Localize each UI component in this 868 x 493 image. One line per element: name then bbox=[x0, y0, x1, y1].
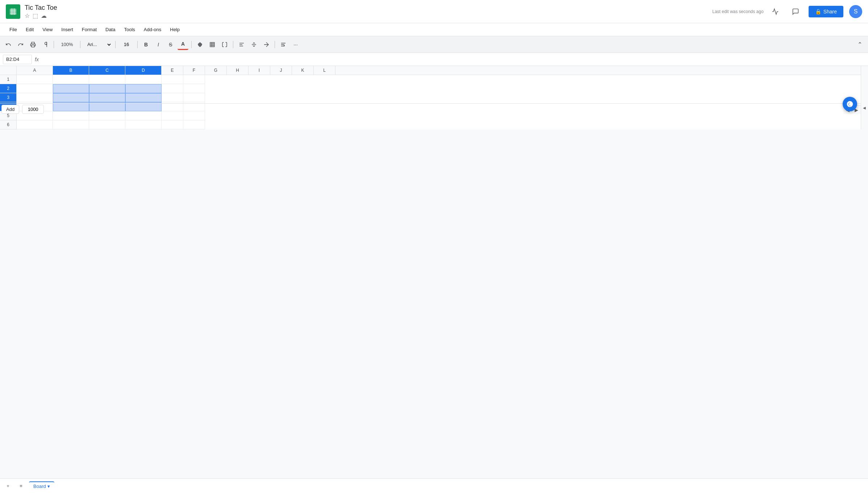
share-button[interactable]: 🔒 Share bbox=[809, 6, 843, 17]
bold-button[interactable]: B bbox=[141, 39, 151, 50]
doc-title[interactable]: Tic Tac Toe bbox=[25, 4, 57, 12]
redo-button[interactable] bbox=[15, 39, 26, 50]
cell-d3[interactable] bbox=[125, 93, 162, 102]
folder-icon[interactable]: ⬚ bbox=[33, 12, 38, 19]
top-right-actions: 🔒 Share S bbox=[768, 4, 862, 19]
italic-button[interactable]: I bbox=[153, 39, 164, 50]
bottom-bar: + ≡ Board ▾ bbox=[0, 478, 868, 493]
text-wrap-button[interactable] bbox=[278, 39, 289, 50]
explore-button[interactable] bbox=[843, 97, 857, 111]
lock-icon: 🔒 bbox=[815, 9, 821, 14]
col-header-e[interactable]: E bbox=[162, 66, 183, 75]
fx-icon: fx bbox=[35, 57, 39, 62]
title-icons: ☆ ⬚ ☁ bbox=[25, 12, 57, 19]
format-paint-button[interactable] bbox=[40, 39, 51, 50]
col-header-j[interactable]: J bbox=[270, 66, 292, 75]
row-header-2[interactable]: 2 bbox=[0, 84, 16, 93]
col-header-h[interactable]: H bbox=[227, 66, 249, 75]
cell-c2[interactable] bbox=[89, 84, 125, 93]
cell-e2[interactable] bbox=[162, 84, 183, 93]
add-row-bar: Add 1000 bbox=[0, 103, 861, 115]
cell-f2[interactable] bbox=[183, 84, 205, 93]
cell-c6[interactable] bbox=[89, 120, 125, 129]
top-bar: Tic Tac Toe ☆ ⬚ ☁ Last edit was seconds … bbox=[0, 0, 868, 23]
fill-color-button[interactable] bbox=[195, 39, 205, 50]
menu-data[interactable]: Data bbox=[102, 25, 119, 34]
add-button[interactable]: Add bbox=[1, 105, 19, 114]
cell-d6[interactable] bbox=[125, 120, 162, 129]
cell-d1[interactable] bbox=[125, 75, 162, 84]
toolbar-sep-5 bbox=[191, 41, 192, 48]
text-rotate-button[interactable] bbox=[261, 39, 272, 50]
valign-button[interactable] bbox=[249, 39, 259, 50]
collapse-panel-button[interactable]: ◀ bbox=[861, 104, 868, 111]
cell-f3[interactable] bbox=[183, 93, 205, 102]
add-count-input[interactable]: 1000 bbox=[22, 105, 44, 114]
app-icon[interactable] bbox=[6, 4, 20, 19]
print-button[interactable] bbox=[28, 39, 38, 50]
avatar[interactable]: S bbox=[849, 5, 862, 18]
toolbar-sep-3 bbox=[115, 41, 116, 48]
col-header-k[interactable]: K bbox=[292, 66, 314, 75]
row-headers: 1 2 3 4 5 6 bbox=[0, 75, 17, 129]
grid-row-2 bbox=[17, 84, 868, 93]
cell-b1[interactable] bbox=[53, 75, 89, 84]
cloud-icon[interactable]: ☁ bbox=[41, 12, 47, 19]
undo-button[interactable] bbox=[3, 39, 14, 50]
toolbar-sep-6 bbox=[233, 41, 233, 48]
col-header-i[interactable]: I bbox=[249, 66, 270, 75]
cell-e6[interactable] bbox=[162, 120, 183, 129]
star-icon[interactable]: ☆ bbox=[25, 12, 30, 19]
zoom-selector[interactable]: 100% bbox=[57, 39, 77, 50]
menu-help[interactable]: Help bbox=[166, 25, 183, 34]
merge-button[interactable] bbox=[219, 39, 230, 50]
cells-grid bbox=[17, 75, 868, 129]
col-header-d[interactable]: D bbox=[125, 66, 162, 75]
more-toolbar-button[interactable]: ··· bbox=[290, 39, 301, 50]
add-sheet-button[interactable]: + bbox=[3, 481, 13, 491]
cell-c1[interactable] bbox=[89, 75, 125, 84]
col-header-l[interactable]: L bbox=[314, 66, 335, 75]
last-edit-label: Last edit was seconds ago bbox=[712, 9, 763, 14]
row-header-3[interactable]: 3 bbox=[0, 93, 16, 102]
sheet-list-button[interactable]: ≡ bbox=[16, 481, 26, 491]
col-header-f[interactable]: F bbox=[183, 66, 205, 75]
cell-f6[interactable] bbox=[183, 120, 205, 129]
cell-a1[interactable] bbox=[17, 75, 53, 84]
comments-icon[interactable] bbox=[788, 4, 803, 19]
font-size-selector[interactable]: 16 bbox=[118, 40, 134, 50]
cell-e3[interactable] bbox=[162, 93, 183, 102]
sheet-tab-dropdown-icon: ▾ bbox=[47, 484, 50, 489]
row-header-1[interactable]: 1 bbox=[0, 75, 16, 84]
strikethrough-button[interactable]: S bbox=[165, 39, 176, 50]
collapse-toolbar-button[interactable]: ⌃ bbox=[854, 39, 865, 50]
row-header-6[interactable]: 6 bbox=[0, 120, 16, 129]
col-header-b[interactable]: B bbox=[53, 66, 89, 75]
corner-cell[interactable] bbox=[0, 66, 17, 75]
col-header-c[interactable]: C bbox=[89, 66, 125, 75]
menu-addons[interactable]: Add-ons bbox=[140, 25, 165, 34]
borders-button[interactable] bbox=[207, 39, 218, 50]
menu-format[interactable]: Format bbox=[78, 25, 100, 34]
menu-edit[interactable]: Edit bbox=[22, 25, 37, 34]
menu-insert[interactable]: Insert bbox=[58, 25, 77, 34]
text-color-button[interactable]: A bbox=[178, 39, 188, 50]
activity-icon[interactable] bbox=[768, 4, 783, 19]
menu-file[interactable]: File bbox=[6, 25, 21, 34]
cell-e1[interactable] bbox=[162, 75, 183, 84]
cell-d2[interactable] bbox=[125, 84, 162, 93]
col-header-g[interactable]: G bbox=[205, 66, 227, 75]
menu-view[interactable]: View bbox=[39, 25, 56, 34]
font-selector[interactable]: Ari... bbox=[83, 40, 112, 50]
toolbar-sep-2 bbox=[80, 41, 80, 48]
align-left-button[interactable] bbox=[236, 39, 247, 50]
svg-rect-7 bbox=[210, 42, 214, 47]
col-header-a[interactable]: A bbox=[17, 66, 53, 75]
grid-row-6 bbox=[17, 120, 868, 129]
sheet-tab-board[interactable]: Board ▾ bbox=[29, 481, 54, 490]
formula-bar: B2:D4 fx bbox=[0, 53, 868, 66]
cell-c3[interactable] bbox=[89, 93, 125, 102]
cell-f1[interactable] bbox=[183, 75, 205, 84]
cell-reference[interactable]: B2:D4 bbox=[3, 55, 32, 64]
menu-tools[interactable]: Tools bbox=[120, 25, 138, 34]
